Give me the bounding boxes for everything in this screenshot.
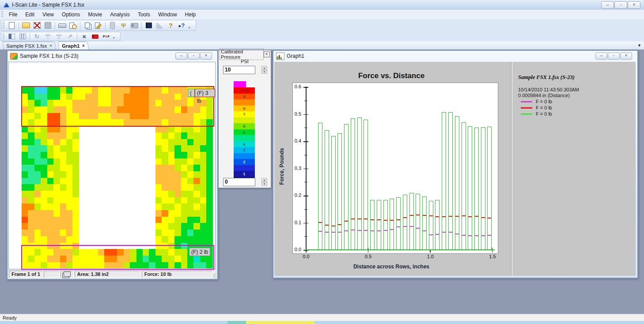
force-label-clipped[interactable]: ( (	[188, 89, 195, 97]
heatmap-cell	[136, 145, 143, 152]
pressure-panel-title-bar[interactable]: Calibrated Pressure ×	[219, 50, 271, 58]
spin-up-icon[interactable]: ▲	[261, 66, 267, 70]
heatmap-cell	[92, 158, 98, 165]
heatmap-cell	[200, 230, 206, 236]
tab-sample-fsx[interactable]: Sample FSX 1.fsx ×	[2, 41, 56, 49]
graph-icon[interactable]	[18, 32, 28, 41]
heatmap-cell	[117, 145, 123, 152]
tile-windows-icon[interactable]	[7, 32, 17, 41]
spin-down-icon[interactable]: ▼	[261, 70, 267, 74]
trend-graph-icon[interactable]: ↗	[65, 32, 75, 41]
heatmap-cell	[155, 217, 162, 223]
toolbar-grip[interactable]	[3, 22, 4, 29]
y-minor-tick	[304, 236, 307, 237]
angle-tool-icon[interactable]	[155, 21, 165, 30]
magenta-dash-marker	[345, 230, 348, 231]
new-document-icon[interactable]	[7, 21, 17, 30]
pressure-min-input[interactable]: 0	[223, 178, 255, 186]
heatmap-cell	[193, 152, 200, 158]
heatmap-cell	[79, 223, 85, 230]
tab-close-icon[interactable]: ×	[49, 43, 52, 48]
heatmap-cell	[28, 152, 34, 158]
heatmap-cell	[124, 203, 130, 210]
heatmap-cell	[193, 217, 200, 223]
toolbar-grip[interactable]	[3, 34, 4, 39]
heatmap-cell	[187, 203, 193, 210]
menu-item-view[interactable]: View	[38, 11, 58, 19]
help-icon[interactable]: ?	[166, 21, 176, 30]
force-label-top[interactable]: (F) 3 lb	[195, 89, 215, 97]
movie-camera-icon[interactable]	[129, 21, 140, 30]
close-button[interactable]: ×	[628, 1, 640, 9]
spin-down-icon[interactable]: ▼	[261, 182, 267, 186]
menu-item-tools[interactable]: Tools	[134, 11, 154, 19]
menu-item-edit[interactable]: Edit	[21, 11, 38, 19]
heatmap-cell	[22, 158, 28, 165]
window-overlay-toggle[interactable]	[61, 271, 74, 278]
map-restore-button[interactable]: ▫	[188, 53, 200, 60]
graph-close-button[interactable]: ×	[620, 53, 632, 60]
heatmap-cell	[28, 171, 34, 178]
minimize-button[interactable]: –	[601, 1, 614, 9]
pressure-max-input[interactable]: 10	[223, 66, 255, 74]
x-axis-title: Distance across Rows, inches	[274, 264, 508, 270]
mdi-workspace: Sample FSX 1.fsx (S-23) – ▫ × ( ( (F) 3 …	[0, 49, 644, 314]
menu-item-analysis[interactable]: Analysis	[106, 11, 134, 19]
heatmap-cell	[117, 217, 123, 223]
tab-close-icon[interactable]: ×	[82, 43, 85, 48]
restore-button[interactable]: ▫	[614, 1, 627, 9]
pressure-min-spinner[interactable]: ▲▼	[261, 178, 267, 186]
edit-notes-icon[interactable]	[93, 21, 103, 30]
heatmap-cell	[136, 191, 143, 197]
y-tick-label: 0.5	[291, 111, 301, 117]
toolbar-overflow-icon[interactable]: ▾	[112, 32, 116, 41]
sensor-icon[interactable]	[107, 21, 117, 30]
heatmap-cell	[136, 203, 143, 210]
menu-item-window[interactable]: Window	[154, 11, 181, 19]
graph-restore-button[interactable]: ▫	[608, 53, 620, 60]
force-region-top[interactable]	[21, 86, 214, 127]
pressure-panel-close-icon[interactable]: ×	[264, 51, 270, 57]
graph-window-title-bar[interactable]: Graph1 – ▫ ×	[273, 51, 637, 61]
open-file-icon[interactable]	[21, 21, 31, 30]
map-minimize-button[interactable]: –	[175, 53, 187, 60]
map-close-button[interactable]: ×	[200, 53, 212, 60]
menu-item-help[interactable]: Help	[181, 11, 200, 19]
calibration-icon[interactable]: Ψ	[118, 21, 129, 30]
magenta-dash-marker	[410, 226, 413, 227]
tab-graph1[interactable]: Graph1 ×	[58, 41, 89, 49]
map-window-title-bar[interactable]: Sample FSX 1.fsx (S-23) – ▫ ×	[8, 51, 217, 61]
print-icon[interactable]	[57, 21, 67, 30]
print-preview-icon[interactable]	[68, 21, 78, 30]
rotate-icon[interactable]: ↻	[32, 32, 42, 41]
tools-icon[interactable]: ×	[79, 32, 89, 41]
spin-up-icon[interactable]: ▲	[261, 178, 267, 182]
avg-1-icon[interactable]: AVG1	[43, 32, 53, 41]
heatmap-cell	[124, 171, 130, 178]
resize-grip[interactable]	[213, 270, 216, 278]
avg-2-icon[interactable]: AVG2	[54, 32, 64, 41]
graph-minimize-button[interactable]: –	[595, 53, 607, 60]
toolbar-separator	[80, 22, 80, 29]
context-help-icon[interactable]: ▸?	[177, 21, 187, 30]
recording-icon[interactable]	[144, 21, 154, 30]
pressure-max-spinner[interactable]: ▲▼	[261, 66, 267, 74]
toolbar-overflow-icon[interactable]: ▾	[187, 20, 191, 30]
force-label-bottom[interactable]: (F) 2 lb	[189, 248, 210, 256]
save-icon[interactable]	[43, 21, 53, 30]
copy-icon[interactable]	[82, 21, 92, 30]
movie-record-icon[interactable]	[90, 32, 100, 41]
sensor-layout-icon[interactable]	[32, 21, 42, 30]
heatmap-cell	[92, 184, 98, 191]
heatmap-cell	[117, 126, 123, 132]
menu-item-file[interactable]: File	[5, 11, 21, 19]
tab-list-dropdown-icon[interactable]: ▼	[637, 43, 641, 48]
menu-item-options[interactable]: Options	[58, 11, 84, 19]
heatmap-cell	[149, 217, 155, 223]
force-region-bottom[interactable]	[21, 245, 214, 270]
heatmap-cell	[22, 210, 28, 217]
heatmap-cell	[92, 191, 98, 197]
pass-fail-icon[interactable]: PAF	[101, 32, 111, 41]
menu-item-movie[interactable]: Movie	[84, 11, 106, 19]
heatmap-cell	[53, 191, 60, 197]
